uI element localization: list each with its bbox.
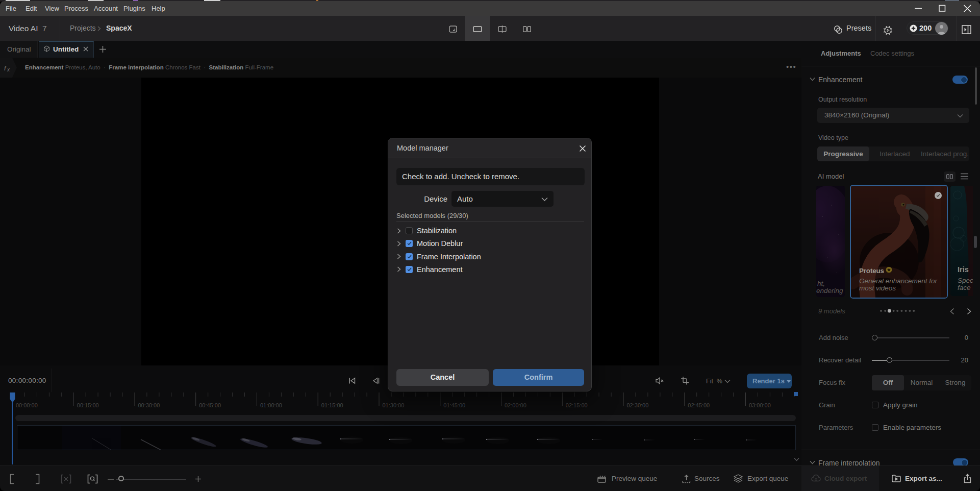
svg-text:01:30:00: 01:30:00 [383,402,405,408]
svg-text:00:30:00: 00:30:00 [138,402,160,408]
svg-text:03:00:00: 03:00:00 [749,402,771,408]
svg-text:02:15:00: 02:15:00 [566,402,588,408]
svg-text:00:45:00: 00:45:00 [199,402,221,408]
svg-text:00:00:00: 00:00:00 [16,402,38,408]
svg-text:02:30:00: 02:30:00 [627,402,649,408]
svg-text:01:00:00: 01:00:00 [260,402,282,408]
svg-text:01:15:00: 01:15:00 [321,402,343,408]
svg-text:02:45:00: 02:45:00 [688,402,710,408]
svg-text:x: x [7,67,10,72]
svg-text:02:00:00: 02:00:00 [505,402,526,408]
svg-text:00:15:00: 00:15:00 [77,402,99,408]
svg-text:01:45:00: 01:45:00 [443,402,465,408]
